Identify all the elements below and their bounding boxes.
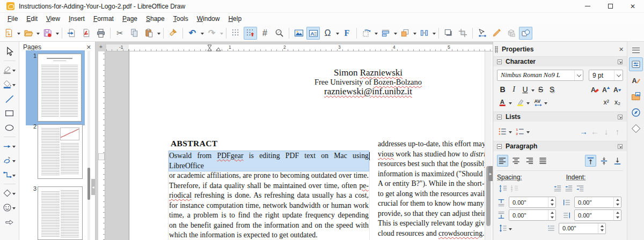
minimize-button[interactable] bbox=[576, 0, 599, 12]
export-button[interactable] bbox=[65, 27, 78, 40]
line-spacing-button[interactable] bbox=[497, 222, 508, 234]
zoom-pan-button[interactable] bbox=[273, 27, 286, 40]
decrease-paragraph-spacing-button[interactable] bbox=[508, 183, 519, 194]
tab-navigator[interactable] bbox=[629, 106, 643, 119]
redo-button[interactable]: ↷ bbox=[205, 27, 218, 40]
spin-buttons[interactable] bbox=[598, 223, 605, 234]
shadow-text-button[interactable]: S bbox=[546, 84, 558, 95]
left-text-column[interactable]: Oswald from PDFgear is editing PDF text … bbox=[168, 151, 370, 240]
indent-marker-triangle[interactable] bbox=[216, 47, 221, 51]
distribution-button[interactable] bbox=[418, 27, 431, 40]
insert-line-tool[interactable] bbox=[1, 92, 19, 106]
move-up-button[interactable]: ↑ bbox=[612, 125, 623, 137]
new-drawing-button[interactable] bbox=[2, 27, 16, 40]
line-color-tool[interactable] bbox=[1, 63, 19, 77]
dialog-launcher-icon[interactable] bbox=[617, 114, 623, 120]
menu-item-format[interactable]: Format bbox=[89, 14, 118, 24]
curves-and-polygons-tool[interactable] bbox=[1, 153, 19, 168]
tab-properties[interactable] bbox=[629, 57, 643, 71]
menu-item-window[interactable]: Window bbox=[193, 14, 224, 24]
arrange-button[interactable] bbox=[398, 27, 412, 40]
menu-item-insert[interactable]: Insert bbox=[64, 14, 89, 24]
dialog-launcher-icon[interactable] bbox=[617, 59, 623, 65]
symbol-shapes-tool[interactable] bbox=[1, 200, 19, 215]
rectangle-tool[interactable] bbox=[1, 106, 19, 121]
redo-dropdown[interactable] bbox=[219, 27, 224, 40]
align-objects-dropdown[interactable] bbox=[393, 27, 398, 40]
align-right-button[interactable] bbox=[524, 155, 535, 167]
unordered-list-button[interactable] bbox=[497, 125, 508, 137]
insert-special-character-button[interactable]: Ω bbox=[321, 27, 334, 40]
export-as-pdf-button[interactable] bbox=[79, 27, 93, 40]
shadow-button[interactable] bbox=[442, 27, 455, 40]
move-down-button[interactable]: ↓ bbox=[601, 125, 612, 137]
save-dropdown[interactable] bbox=[55, 27, 60, 40]
above-paragraph-spacing-field[interactable]: 0.00" bbox=[509, 197, 556, 208]
align-objects-button[interactable] bbox=[379, 27, 392, 40]
fill-color-tool[interactable] bbox=[1, 77, 19, 92]
basic-shapes-dropdown[interactable] bbox=[12, 189, 17, 198]
menu-item-shape[interactable]: Shape bbox=[142, 14, 169, 24]
crop-image-button[interactable] bbox=[456, 27, 470, 40]
undo-button[interactable]: ↶ bbox=[186, 27, 199, 40]
copy-button[interactable] bbox=[128, 27, 141, 40]
decrease-font-size-button[interactable]: A bbox=[612, 84, 623, 95]
menu-item-tools[interactable]: Tools bbox=[169, 14, 193, 24]
italic-button[interactable]: I bbox=[508, 84, 519, 95]
lines-and-arrows-tool[interactable] bbox=[1, 139, 19, 153]
clear-formatting-button[interactable]: A bbox=[589, 84, 601, 95]
connectors-dropdown[interactable] bbox=[12, 170, 17, 180]
lists-section-header[interactable]: Lists bbox=[493, 111, 627, 122]
strikethrough-button[interactable]: S bbox=[535, 84, 546, 95]
ordered-list-button[interactable]: 12 bbox=[515, 125, 526, 137]
before-text-indent-field[interactable]: 0.00" bbox=[574, 197, 621, 208]
tab-gallery[interactable] bbox=[629, 89, 643, 103]
sidebar-splitter[interactable]: ▸ bbox=[488, 166, 493, 181]
transformations-dropdown[interactable] bbox=[374, 27, 378, 40]
character-section-header[interactable]: Character bbox=[493, 56, 627, 66]
dialog-launcher-icon[interactable] bbox=[617, 144, 623, 149]
character-spacing-button[interactable]: AV bbox=[532, 96, 544, 108]
edit-points-button[interactable] bbox=[475, 27, 489, 40]
menu-item-file[interactable]: File bbox=[3, 14, 22, 24]
ruler-origin[interactable]: + bbox=[96, 42, 106, 51]
align-center-button[interactable] bbox=[510, 155, 522, 167]
select-tool[interactable] bbox=[1, 44, 19, 59]
superscript-button[interactable]: x² bbox=[601, 96, 612, 108]
menu-item-edit[interactable]: Edit bbox=[22, 14, 42, 24]
print-button[interactable] bbox=[94, 27, 107, 40]
clone-formatting-button[interactable] bbox=[166, 27, 180, 40]
font-size-dropdown[interactable] bbox=[614, 70, 623, 80]
spin-buttons[interactable] bbox=[613, 197, 621, 207]
vertical-ruler[interactable] bbox=[98, 51, 105, 240]
menu-item-help[interactable]: Help bbox=[224, 14, 246, 24]
decrease-indent-button[interactable] bbox=[563, 183, 574, 194]
align-vertical-center-button[interactable] bbox=[598, 155, 610, 167]
basic-shapes-tool[interactable] bbox=[1, 186, 19, 200]
curves-and-polygons-dropdown[interactable] bbox=[12, 156, 17, 166]
underline-dropdown[interactable] bbox=[531, 84, 535, 95]
block-arrows-tool[interactable] bbox=[1, 215, 19, 229]
align-bottom-button[interactable] bbox=[612, 155, 623, 167]
underline-button[interactable]: U bbox=[519, 84, 531, 95]
special-character-dropdown[interactable] bbox=[335, 27, 340, 40]
paragraph-section-header[interactable]: Paragraph bbox=[493, 141, 627, 151]
spin-buttons[interactable] bbox=[548, 197, 555, 207]
sidebar-menu-icon[interactable] bbox=[632, 48, 640, 53]
right-text-column[interactable]: addresses up-to-date, this effort may co… bbox=[378, 139, 485, 240]
distribution-dropdown[interactable] bbox=[431, 27, 436, 40]
line-spacing-dropdown[interactable] bbox=[508, 222, 513, 234]
line-color-dropdown[interactable] bbox=[12, 65, 17, 75]
symbol-shapes-dropdown[interactable] bbox=[12, 203, 17, 213]
unordered-list-dropdown[interactable] bbox=[508, 125, 513, 137]
author-text-frame[interactable]: Simon RazniewskiFree University of Bozen… bbox=[261, 68, 475, 96]
spin-buttons[interactable] bbox=[613, 210, 621, 220]
show-draw-functions-button[interactable] bbox=[519, 27, 532, 40]
close-button[interactable]: ✕ bbox=[621, 0, 644, 12]
pages-close-icon[interactable]: ✕ bbox=[86, 44, 91, 51]
ordered-list-dropdown[interactable] bbox=[526, 125, 530, 137]
paste-dropdown[interactable] bbox=[156, 27, 161, 40]
menu-item-page[interactable]: Page bbox=[118, 14, 142, 24]
page-thumbnail-3[interactable] bbox=[38, 186, 83, 240]
save-button[interactable] bbox=[41, 27, 54, 40]
